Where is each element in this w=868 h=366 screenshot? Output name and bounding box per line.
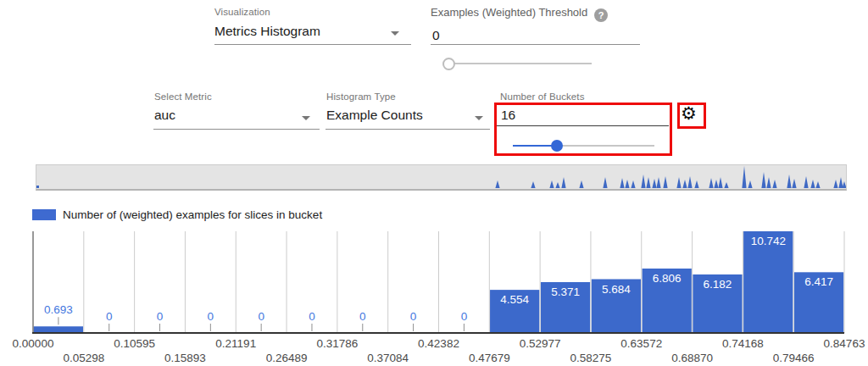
settings-gear-icon[interactable]: ⚙ xyxy=(681,104,697,123)
chevron-down-icon xyxy=(302,116,310,120)
histogram-overview-strip[interactable] xyxy=(36,164,847,191)
svg-text:0.05298: 0.05298 xyxy=(63,352,104,364)
svg-text:6.417: 6.417 xyxy=(804,275,833,288)
svg-text:0.74168: 0.74168 xyxy=(722,337,764,350)
svg-text:5.684: 5.684 xyxy=(602,283,631,296)
svg-text:0.84763: 0.84763 xyxy=(824,337,865,350)
chevron-down-icon xyxy=(475,116,483,120)
svg-text:0: 0 xyxy=(106,310,113,323)
select-metric-label: Select Metric xyxy=(154,92,212,102)
visualization-dropdown[interactable]: Metrics Histogram xyxy=(214,24,411,45)
select-metric-value: auc xyxy=(154,108,175,122)
svg-text:0.47679: 0.47679 xyxy=(469,352,510,364)
svg-text:5.371: 5.371 xyxy=(551,286,580,298)
number-of-buckets-input[interactable]: 16 xyxy=(501,108,515,123)
threshold-slider-track[interactable] xyxy=(448,63,592,64)
metrics-histogram-chart: 0.000000.052980.105950.158930.211910.264… xyxy=(0,223,868,366)
overview-spikes xyxy=(36,165,846,189)
svg-text:0.10595: 0.10595 xyxy=(114,337,155,350)
svg-text:6.182: 6.182 xyxy=(704,278,732,291)
svg-text:0.31786: 0.31786 xyxy=(316,337,358,350)
svg-text:0.63572: 0.63572 xyxy=(620,337,662,350)
svg-text:0: 0 xyxy=(410,310,417,323)
histogram-type-label: Histogram Type xyxy=(326,92,396,102)
select-metric-dropdown[interactable]: auc xyxy=(154,108,320,129)
legend-label: Number of (weighted) examples for slices… xyxy=(63,208,322,221)
svg-text:0.21191: 0.21191 xyxy=(215,337,256,350)
svg-text:4.554: 4.554 xyxy=(500,293,529,306)
svg-text:0.68870: 0.68870 xyxy=(671,352,713,364)
svg-text:0.26489: 0.26489 xyxy=(266,352,308,364)
svg-text:0.52977: 0.52977 xyxy=(520,337,561,350)
svg-text:10.742: 10.742 xyxy=(751,235,786,247)
highlight-box-buckets xyxy=(494,103,672,156)
help-icon[interactable]: ? xyxy=(594,8,608,22)
threshold-underline xyxy=(431,44,640,45)
chevron-down-icon xyxy=(391,31,399,36)
svg-text:0: 0 xyxy=(258,310,264,323)
svg-text:0.79466: 0.79466 xyxy=(773,352,815,364)
svg-text:0: 0 xyxy=(461,310,468,323)
svg-text:0.37084: 0.37084 xyxy=(367,352,409,364)
threshold-label: Examples (Weighted) Threshold xyxy=(431,6,587,19)
svg-text:0.15893: 0.15893 xyxy=(164,352,206,364)
svg-text:0: 0 xyxy=(359,310,366,323)
select-metric-underline xyxy=(153,129,320,130)
buckets-slider-handle[interactable] xyxy=(551,140,563,152)
histogram-type-value: Example Counts xyxy=(326,108,423,122)
svg-text:6.806: 6.806 xyxy=(653,272,682,285)
histogram-type-underline xyxy=(326,129,490,130)
svg-text:0: 0 xyxy=(309,310,315,323)
legend-swatch xyxy=(32,209,56,220)
svg-text:0: 0 xyxy=(157,310,164,323)
svg-text:0.42382: 0.42382 xyxy=(418,337,459,350)
svg-text:0.693: 0.693 xyxy=(44,303,73,316)
visualization-label: Visualization xyxy=(214,7,270,17)
svg-text:0.58275: 0.58275 xyxy=(570,352,612,364)
threshold-slider-handle[interactable] xyxy=(442,58,455,70)
svg-text:0.00000: 0.00000 xyxy=(13,337,54,350)
number-of-buckets-label: Number of Buckets xyxy=(500,92,585,102)
histogram-type-dropdown[interactable]: Example Counts xyxy=(326,108,490,129)
number-of-buckets-underline xyxy=(497,125,669,126)
visualization-value: Metrics Histogram xyxy=(214,24,320,38)
visualization-underline xyxy=(214,44,411,45)
svg-text:0: 0 xyxy=(208,310,214,323)
threshold-input[interactable]: 0 xyxy=(432,28,440,43)
